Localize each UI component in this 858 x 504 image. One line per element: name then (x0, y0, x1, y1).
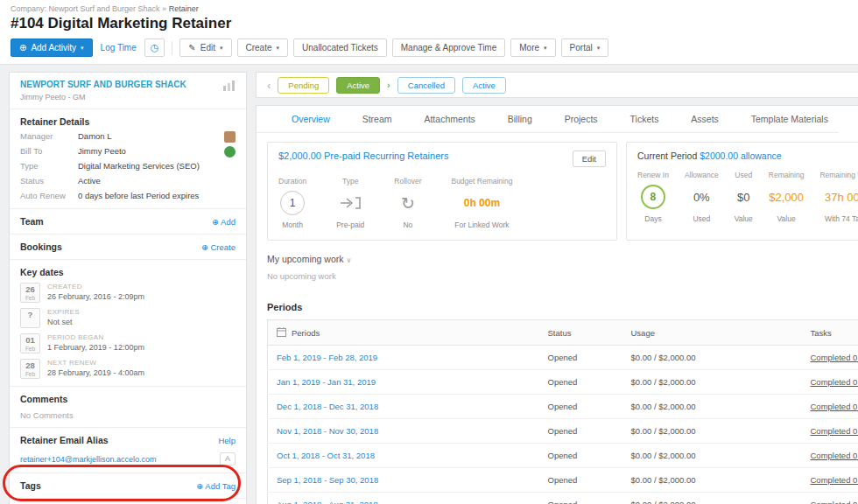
col-tasks: Tasks (802, 320, 858, 346)
stat-label: Renew In (637, 171, 669, 179)
rollover-icon: ↻ (401, 193, 415, 214)
create-button[interactable]: Create ▾ (237, 38, 289, 57)
toolbar-divider (172, 41, 172, 55)
period-tasks-link[interactable]: Completed 0 / 2 (811, 353, 858, 362)
sidebar: NEWPORT SURF AND BURGER SHACK Jimmy Peet… (9, 72, 247, 504)
stat-sub: Value (777, 214, 796, 223)
period-link[interactable]: Aug 1, 2018 - Aug 31, 2018 (268, 493, 539, 504)
status-chip-pending[interactable]: Pending (278, 77, 329, 94)
period-row: Jan 1, 2019 - Jan 31, 2019 Opened $0.00 … (268, 370, 858, 395)
key-date-month: Feb (21, 371, 39, 377)
period-tasks-link[interactable]: Completed 0 / 2 (811, 475, 858, 485)
comments-empty: No Comments (20, 410, 236, 420)
retainer-details-title: Retainer Details (20, 116, 236, 127)
bookings-title: Bookings (20, 242, 62, 252)
overview-panel: $2,000.00 Pre-paid Recurring Retainers E… (257, 133, 858, 504)
upcoming-work-toggle[interactable]: My upcoming work ∨ (267, 254, 858, 264)
stat-label: Used (735, 171, 752, 179)
email-alias-help-link[interactable]: Help (218, 436, 236, 445)
tab-assets[interactable]: Assets (689, 106, 721, 132)
period-tasks-link[interactable]: Completed 0 / 2 (811, 426, 858, 436)
status-back-icon[interactable]: ‹ (267, 80, 271, 91)
periods-table: Periods Status Usage Tasks Feb 1, 2019 -… (267, 319, 858, 504)
flow-arrow-icon: › (387, 80, 390, 90)
add-activity-button[interactable]: ⊕ Add Activity ▾ (11, 38, 93, 57)
period-link[interactable]: Nov 1, 2018 - Nov 30, 2018 (268, 419, 539, 444)
status-workflow-bar: ‹ Pending Active › Cancelled Active (256, 72, 858, 98)
upcoming-work-empty: No upcoming work (267, 271, 858, 281)
key-date-expires: ? EXPIRES Not set (20, 308, 236, 328)
more-label: More (519, 43, 539, 52)
stat-sub: With 74 Ta (825, 214, 858, 223)
bookings-create-button[interactable]: ⊕ Create (201, 242, 236, 252)
field-value: Jimmy Peeto (78, 146, 144, 157)
log-time-button[interactable]: Log Time (98, 39, 139, 56)
more-button[interactable]: More ▾ (510, 38, 555, 57)
breadcrumb-current: Retainer (169, 4, 199, 13)
field-label: Status (20, 176, 78, 186)
tab-attachments[interactable]: Attachments (422, 106, 476, 132)
billto-avatar[interactable] (224, 146, 236, 158)
period-row: Sep 1, 2018 - Sep 30, 2018 Opened $0.00 … (268, 468, 858, 493)
edit-button[interactable]: ✎ Edit ▾ (179, 38, 231, 57)
retainer-summary-title-link[interactable]: $2,000.00 Pre-paid Recurring Retainers (278, 150, 448, 161)
period-tasks-link[interactable]: Completed 0 / 2 (811, 402, 858, 411)
period-link[interactable]: Feb 1, 2019 - Feb 28, 2019 (268, 346, 539, 370)
add-tag-button[interactable]: ⊕ Add Tag (196, 481, 236, 491)
status-chip-active-action[interactable]: Active (462, 77, 506, 94)
retainer-details-section: Retainer Details Manager Damon L Bill To… (10, 109, 246, 209)
allowance-link[interactable]: $2000.00 allowance (700, 150, 781, 161)
stat-duration: Duration 1 Month (278, 177, 306, 229)
breadcrumb-path[interactable]: Company: Newport Surf and Burger Shack (11, 4, 160, 13)
email-alias-address[interactable]: retainer+104@markjellison.accelo.com (20, 455, 156, 464)
period-link[interactable]: Dec 1, 2018 - Dec 31, 2018 (268, 395, 539, 419)
stat-renew-in: Renew In 8 Days (637, 171, 669, 223)
pencil-icon: ✎ (188, 43, 195, 52)
company-name-link[interactable]: NEWPORT SURF AND BURGER SHACK (20, 80, 204, 90)
manage-approve-time-button[interactable]: Manage & Approve Time (392, 38, 506, 57)
status-chip-active-current[interactable]: Active (336, 77, 380, 94)
stat-used: Used $0 Value (735, 171, 753, 223)
team-section: Team ⊕ Add (10, 209, 246, 234)
period-tasks-link[interactable]: Completed 0 / 2 (811, 451, 858, 460)
current-period-card: Current Period $2000.00 allowance Renew … (626, 142, 858, 241)
period-link[interactable]: Jan 1, 2019 - Jan 31, 2019 (268, 370, 539, 395)
tab-billing[interactable]: Billing (506, 106, 534, 132)
period-usage: $0.00 / $2,000.00 (622, 493, 802, 504)
field-value: Damon L (78, 131, 130, 142)
stat-sub: No (403, 220, 412, 229)
tab-stream[interactable]: Stream (361, 106, 394, 132)
team-add-button[interactable]: ⊕ Add (212, 217, 236, 227)
comments-title: Comments (20, 394, 236, 404)
add-tag-label: Add Tag (205, 481, 236, 491)
chevron-down-icon: ▾ (277, 45, 280, 52)
budget-remaining-value: 0h 00m (464, 197, 500, 209)
portal-button[interactable]: Portal ▾ (561, 38, 609, 57)
period-link[interactable]: Sep 1, 2018 - Sep 30, 2018 (268, 468, 539, 493)
key-date-value: 28 February, 2019 - 4:00am (47, 368, 144, 377)
period-tasks-link[interactable]: Completed 0 / 2 (811, 500, 858, 504)
unallocated-tickets-button[interactable]: Unallocated Tickets (293, 38, 387, 57)
key-date-label: PERIOD BEGAN (47, 333, 144, 341)
period-link[interactable]: Oct 1, 2018 - Oct 31, 2018 (268, 444, 539, 468)
add-activity-label: Add Activity (31, 43, 76, 52)
remaining-work-value: 37h 00 (825, 191, 858, 204)
retainer-edit-button[interactable]: Edit (573, 150, 606, 167)
tab-tickets[interactable]: Tickets (629, 106, 661, 132)
timer-button[interactable]: ◷ (144, 38, 165, 57)
status-chip-cancelled[interactable]: Cancelled (397, 77, 455, 94)
tab-projects[interactable]: Projects (563, 106, 600, 132)
stat-sub: Pre-paid (336, 220, 364, 229)
manager-avatar[interactable] (224, 131, 236, 143)
tab-template-materials[interactable]: Template Materials (749, 106, 830, 132)
calendar-date-icon: 26 Feb (20, 283, 40, 303)
key-date-label: CREATED (47, 283, 144, 290)
stat-label: Remaining (769, 171, 805, 179)
report-chart-icon[interactable] (222, 80, 236, 91)
period-tasks-link[interactable]: Completed 0 / 2 (811, 377, 858, 387)
period-status: Opened (539, 395, 622, 419)
email-alias-icon[interactable]: A (220, 452, 236, 466)
calendar-date-icon: 28 Feb (20, 359, 40, 379)
team-title: Team (20, 216, 44, 227)
tab-overview[interactable]: Overview (290, 106, 332, 132)
